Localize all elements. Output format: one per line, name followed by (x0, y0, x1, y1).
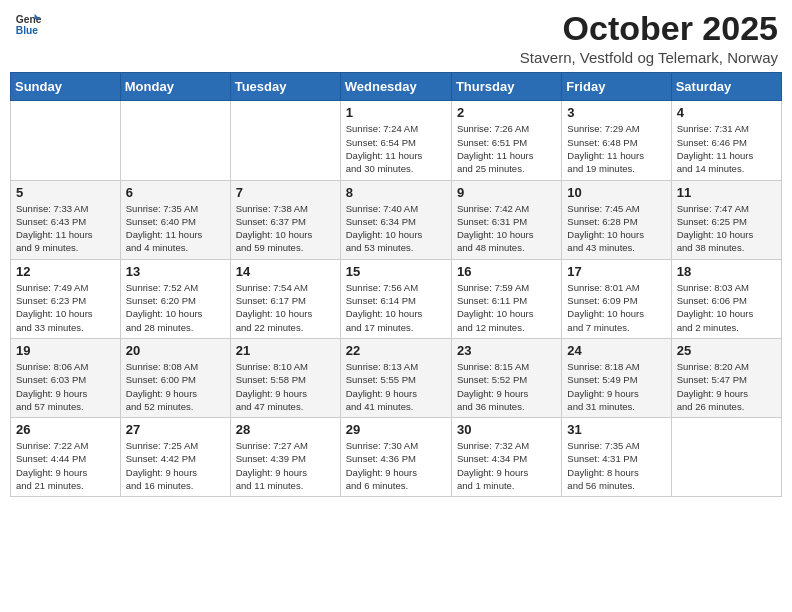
day-number: 18 (677, 264, 776, 279)
day-number: 27 (126, 422, 225, 437)
day-info: Sunrise: 8:01 AM Sunset: 6:09 PM Dayligh… (567, 281, 665, 334)
calendar-week-row: 19Sunrise: 8:06 AM Sunset: 6:03 PM Dayli… (11, 338, 782, 417)
day-info: Sunrise: 7:42 AM Sunset: 6:31 PM Dayligh… (457, 202, 556, 255)
calendar-cell: 13Sunrise: 7:52 AM Sunset: 6:20 PM Dayli… (120, 259, 230, 338)
calendar-cell: 1Sunrise: 7:24 AM Sunset: 6:54 PM Daylig… (340, 101, 451, 180)
calendar-cell: 8Sunrise: 7:40 AM Sunset: 6:34 PM Daylig… (340, 180, 451, 259)
calendar-cell: 17Sunrise: 8:01 AM Sunset: 6:09 PM Dayli… (562, 259, 671, 338)
day-info: Sunrise: 7:59 AM Sunset: 6:11 PM Dayligh… (457, 281, 556, 334)
calendar-table: SundayMondayTuesdayWednesdayThursdayFrid… (10, 72, 782, 497)
page-header: General Blue October 2025 Stavern, Vestf… (10, 10, 782, 66)
calendar-cell: 19Sunrise: 8:06 AM Sunset: 6:03 PM Dayli… (11, 338, 121, 417)
day-number: 7 (236, 185, 335, 200)
day-info: Sunrise: 7:38 AM Sunset: 6:37 PM Dayligh… (236, 202, 335, 255)
calendar-cell: 9Sunrise: 7:42 AM Sunset: 6:31 PM Daylig… (451, 180, 561, 259)
day-number: 9 (457, 185, 556, 200)
day-number: 14 (236, 264, 335, 279)
day-info: Sunrise: 7:32 AM Sunset: 4:34 PM Dayligh… (457, 439, 556, 492)
calendar-cell: 15Sunrise: 7:56 AM Sunset: 6:14 PM Dayli… (340, 259, 451, 338)
day-info: Sunrise: 7:35 AM Sunset: 4:31 PM Dayligh… (567, 439, 665, 492)
day-info: Sunrise: 8:15 AM Sunset: 5:52 PM Dayligh… (457, 360, 556, 413)
calendar-cell (671, 418, 781, 497)
calendar-title: October 2025 (520, 10, 778, 47)
logo: General Blue (14, 10, 42, 38)
day-info: Sunrise: 7:40 AM Sunset: 6:34 PM Dayligh… (346, 202, 446, 255)
svg-text:General: General (16, 14, 42, 25)
calendar-cell: 10Sunrise: 7:45 AM Sunset: 6:28 PM Dayli… (562, 180, 671, 259)
calendar-cell: 6Sunrise: 7:35 AM Sunset: 6:40 PM Daylig… (120, 180, 230, 259)
day-info: Sunrise: 7:35 AM Sunset: 6:40 PM Dayligh… (126, 202, 225, 255)
day-info: Sunrise: 7:52 AM Sunset: 6:20 PM Dayligh… (126, 281, 225, 334)
calendar-cell: 20Sunrise: 8:08 AM Sunset: 6:00 PM Dayli… (120, 338, 230, 417)
day-number: 16 (457, 264, 556, 279)
day-info: Sunrise: 8:08 AM Sunset: 6:00 PM Dayligh… (126, 360, 225, 413)
day-number: 26 (16, 422, 115, 437)
calendar-cell: 25Sunrise: 8:20 AM Sunset: 5:47 PM Dayli… (671, 338, 781, 417)
calendar-location: Stavern, Vestfold og Telemark, Norway (520, 49, 778, 66)
day-number: 29 (346, 422, 446, 437)
day-number: 12 (16, 264, 115, 279)
calendar-cell: 11Sunrise: 7:47 AM Sunset: 6:25 PM Dayli… (671, 180, 781, 259)
calendar-cell: 30Sunrise: 7:32 AM Sunset: 4:34 PM Dayli… (451, 418, 561, 497)
day-number: 25 (677, 343, 776, 358)
calendar-cell (120, 101, 230, 180)
day-info: Sunrise: 7:22 AM Sunset: 4:44 PM Dayligh… (16, 439, 115, 492)
day-info: Sunrise: 8:18 AM Sunset: 5:49 PM Dayligh… (567, 360, 665, 413)
day-number: 19 (16, 343, 115, 358)
day-info: Sunrise: 7:49 AM Sunset: 6:23 PM Dayligh… (16, 281, 115, 334)
calendar-cell: 7Sunrise: 7:38 AM Sunset: 6:37 PM Daylig… (230, 180, 340, 259)
day-info: Sunrise: 8:10 AM Sunset: 5:58 PM Dayligh… (236, 360, 335, 413)
day-info: Sunrise: 7:25 AM Sunset: 4:42 PM Dayligh… (126, 439, 225, 492)
day-info: Sunrise: 7:27 AM Sunset: 4:39 PM Dayligh… (236, 439, 335, 492)
calendar-week-row: 26Sunrise: 7:22 AM Sunset: 4:44 PM Dayli… (11, 418, 782, 497)
day-number: 21 (236, 343, 335, 358)
calendar-cell: 18Sunrise: 8:03 AM Sunset: 6:06 PM Dayli… (671, 259, 781, 338)
day-number: 5 (16, 185, 115, 200)
day-number: 15 (346, 264, 446, 279)
calendar-cell: 22Sunrise: 8:13 AM Sunset: 5:55 PM Dayli… (340, 338, 451, 417)
day-number: 22 (346, 343, 446, 358)
weekday-header: Thursday (451, 73, 561, 101)
calendar-cell: 27Sunrise: 7:25 AM Sunset: 4:42 PM Dayli… (120, 418, 230, 497)
day-info: Sunrise: 7:31 AM Sunset: 6:46 PM Dayligh… (677, 122, 776, 175)
day-info: Sunrise: 7:56 AM Sunset: 6:14 PM Dayligh… (346, 281, 446, 334)
calendar-cell (11, 101, 121, 180)
day-number: 8 (346, 185, 446, 200)
title-block: October 2025 Stavern, Vestfold og Telema… (520, 10, 778, 66)
calendar-cell: 5Sunrise: 7:33 AM Sunset: 6:43 PM Daylig… (11, 180, 121, 259)
day-info: Sunrise: 7:29 AM Sunset: 6:48 PM Dayligh… (567, 122, 665, 175)
day-number: 11 (677, 185, 776, 200)
day-info: Sunrise: 8:06 AM Sunset: 6:03 PM Dayligh… (16, 360, 115, 413)
day-info: Sunrise: 7:24 AM Sunset: 6:54 PM Dayligh… (346, 122, 446, 175)
day-number: 10 (567, 185, 665, 200)
calendar-week-row: 1Sunrise: 7:24 AM Sunset: 6:54 PM Daylig… (11, 101, 782, 180)
weekday-header: Monday (120, 73, 230, 101)
calendar-cell: 31Sunrise: 7:35 AM Sunset: 4:31 PM Dayli… (562, 418, 671, 497)
day-info: Sunrise: 7:30 AM Sunset: 4:36 PM Dayligh… (346, 439, 446, 492)
day-number: 31 (567, 422, 665, 437)
calendar-week-row: 12Sunrise: 7:49 AM Sunset: 6:23 PM Dayli… (11, 259, 782, 338)
day-info: Sunrise: 8:03 AM Sunset: 6:06 PM Dayligh… (677, 281, 776, 334)
calendar-cell: 29Sunrise: 7:30 AM Sunset: 4:36 PM Dayli… (340, 418, 451, 497)
calendar-cell (230, 101, 340, 180)
calendar-cell: 3Sunrise: 7:29 AM Sunset: 6:48 PM Daylig… (562, 101, 671, 180)
weekday-header: Tuesday (230, 73, 340, 101)
logo-icon: General Blue (14, 10, 42, 38)
calendar-cell: 14Sunrise: 7:54 AM Sunset: 6:17 PM Dayli… (230, 259, 340, 338)
weekday-header: Saturday (671, 73, 781, 101)
calendar-cell: 12Sunrise: 7:49 AM Sunset: 6:23 PM Dayli… (11, 259, 121, 338)
weekday-header: Wednesday (340, 73, 451, 101)
calendar-cell: 16Sunrise: 7:59 AM Sunset: 6:11 PM Dayli… (451, 259, 561, 338)
day-number: 28 (236, 422, 335, 437)
day-number: 24 (567, 343, 665, 358)
day-number: 30 (457, 422, 556, 437)
day-number: 17 (567, 264, 665, 279)
weekday-header-row: SundayMondayTuesdayWednesdayThursdayFrid… (11, 73, 782, 101)
day-info: Sunrise: 7:33 AM Sunset: 6:43 PM Dayligh… (16, 202, 115, 255)
day-info: Sunrise: 7:45 AM Sunset: 6:28 PM Dayligh… (567, 202, 665, 255)
calendar-cell: 28Sunrise: 7:27 AM Sunset: 4:39 PM Dayli… (230, 418, 340, 497)
weekday-header: Sunday (11, 73, 121, 101)
day-info: Sunrise: 8:13 AM Sunset: 5:55 PM Dayligh… (346, 360, 446, 413)
day-info: Sunrise: 8:20 AM Sunset: 5:47 PM Dayligh… (677, 360, 776, 413)
day-number: 23 (457, 343, 556, 358)
